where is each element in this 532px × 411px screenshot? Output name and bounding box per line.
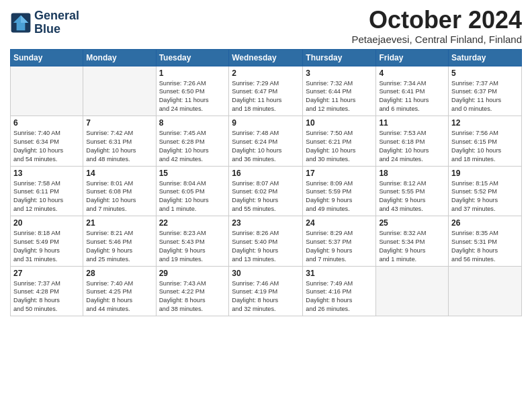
- day-number: 21: [86, 218, 152, 228]
- day-info: Sunrise: 7:40 AM Sunset: 6:34 PM Dayligh…: [13, 129, 80, 164]
- day-info: Sunrise: 7:45 AM Sunset: 6:28 PM Dayligh…: [159, 129, 226, 164]
- day-number: 10: [306, 118, 373, 128]
- day-number: 24: [306, 218, 373, 228]
- calendar-cell: [376, 266, 449, 316]
- calendar-header-saturday: Saturday: [449, 49, 522, 66]
- calendar-cell: 11Sunrise: 7:53 AM Sunset: 6:18 PM Dayli…: [376, 116, 449, 167]
- calendar-header-monday: Monday: [83, 49, 156, 66]
- calendar-cell: 19Sunrise: 8:15 AM Sunset: 5:52 PM Dayli…: [449, 166, 522, 216]
- calendar-cell: 4Sunrise: 7:34 AM Sunset: 6:41 PM Daylig…: [376, 66, 449, 116]
- day-number: 16: [232, 169, 300, 178]
- day-info: Sunrise: 7:34 AM Sunset: 6:41 PM Dayligh…: [379, 79, 445, 114]
- calendar-cell: 7Sunrise: 7:42 AM Sunset: 6:31 PM Daylig…: [83, 116, 156, 167]
- day-info: Sunrise: 8:18 AM Sunset: 5:49 PM Dayligh…: [13, 229, 80, 264]
- calendar-week-5: 27Sunrise: 7:37 AM Sunset: 4:28 PM Dayli…: [11, 266, 522, 316]
- day-info: Sunrise: 7:49 AM Sunset: 4:16 PM Dayligh…: [306, 279, 373, 314]
- day-info: Sunrise: 7:32 AM Sunset: 6:44 PM Dayligh…: [306, 79, 373, 114]
- day-info: Sunrise: 7:56 AM Sunset: 6:15 PM Dayligh…: [451, 129, 519, 164]
- calendar-cell: 21Sunrise: 8:21 AM Sunset: 5:46 PM Dayli…: [83, 216, 156, 267]
- day-number: 8: [159, 118, 226, 128]
- calendar-week-3: 13Sunrise: 7:58 AM Sunset: 6:11 PM Dayli…: [11, 166, 522, 216]
- calendar-cell: 3Sunrise: 7:32 AM Sunset: 6:44 PM Daylig…: [303, 66, 376, 116]
- calendar-cell: [449, 266, 522, 316]
- logo: General Blue: [10, 9, 79, 36]
- calendar-cell: 12Sunrise: 7:56 AM Sunset: 6:15 PM Dayli…: [449, 116, 522, 167]
- day-info: Sunrise: 8:12 AM Sunset: 5:55 PM Dayligh…: [379, 179, 445, 214]
- day-info: Sunrise: 7:53 AM Sunset: 6:18 PM Dayligh…: [379, 129, 445, 164]
- day-info: Sunrise: 7:42 AM Sunset: 6:31 PM Dayligh…: [86, 129, 152, 164]
- day-info: Sunrise: 7:48 AM Sunset: 6:24 PM Dayligh…: [232, 129, 300, 164]
- day-info: Sunrise: 8:21 AM Sunset: 5:46 PM Dayligh…: [86, 229, 152, 264]
- day-info: Sunrise: 7:46 AM Sunset: 4:19 PM Dayligh…: [232, 279, 300, 314]
- calendar-cell: 24Sunrise: 8:29 AM Sunset: 5:37 PM Dayli…: [303, 216, 376, 267]
- calendar-cell: 30Sunrise: 7:46 AM Sunset: 4:19 PM Dayli…: [229, 266, 303, 316]
- calendar-cell: 29Sunrise: 7:43 AM Sunset: 4:22 PM Dayli…: [156, 266, 229, 316]
- day-number: 13: [13, 169, 80, 178]
- calendar: SundayMondayTuesdayWednesdayThursdayFrid…: [10, 49, 522, 317]
- page: General Blue October 2024 Petaejaevesi, …: [0, 0, 532, 411]
- calendar-cell: 6Sunrise: 7:40 AM Sunset: 6:34 PM Daylig…: [11, 116, 83, 167]
- day-info: Sunrise: 8:01 AM Sunset: 6:08 PM Dayligh…: [86, 179, 152, 214]
- day-info: Sunrise: 7:37 AM Sunset: 6:37 PM Dayligh…: [451, 79, 519, 114]
- calendar-cell: 20Sunrise: 8:18 AM Sunset: 5:49 PM Dayli…: [11, 216, 83, 267]
- day-number: 3: [306, 68, 373, 78]
- calendar-cell: [83, 66, 156, 116]
- calendar-cell: 18Sunrise: 8:12 AM Sunset: 5:55 PM Dayli…: [376, 166, 449, 216]
- day-info: Sunrise: 7:37 AM Sunset: 4:28 PM Dayligh…: [13, 279, 80, 314]
- calendar-cell: 15Sunrise: 8:04 AM Sunset: 6:05 PM Dayli…: [156, 166, 229, 216]
- day-info: Sunrise: 7:40 AM Sunset: 4:25 PM Dayligh…: [86, 279, 152, 314]
- day-number: 23: [232, 218, 300, 228]
- calendar-cell: 22Sunrise: 8:23 AM Sunset: 5:43 PM Dayli…: [156, 216, 229, 267]
- day-info: Sunrise: 8:26 AM Sunset: 5:40 PM Dayligh…: [232, 229, 300, 264]
- day-info: Sunrise: 7:58 AM Sunset: 6:11 PM Dayligh…: [13, 179, 80, 214]
- calendar-cell: 17Sunrise: 8:09 AM Sunset: 5:59 PM Dayli…: [303, 166, 376, 216]
- day-number: 27: [13, 269, 80, 278]
- day-info: Sunrise: 8:35 AM Sunset: 5:31 PM Dayligh…: [451, 229, 519, 264]
- logo-line2: Blue: [34, 23, 79, 36]
- calendar-cell: 27Sunrise: 7:37 AM Sunset: 4:28 PM Dayli…: [11, 266, 83, 316]
- calendar-header-tuesday: Tuesday: [156, 49, 229, 66]
- calendar-cell: 8Sunrise: 7:45 AM Sunset: 6:28 PM Daylig…: [156, 116, 229, 167]
- calendar-header-wednesday: Wednesday: [229, 49, 303, 66]
- day-info: Sunrise: 8:07 AM Sunset: 6:02 PM Dayligh…: [232, 179, 300, 214]
- day-number: 11: [379, 118, 445, 128]
- day-number: 15: [159, 169, 226, 178]
- day-number: 9: [232, 118, 300, 128]
- calendar-cell: 10Sunrise: 7:50 AM Sunset: 6:21 PM Dayli…: [303, 116, 376, 167]
- day-number: 2: [232, 68, 300, 78]
- calendar-header-friday: Friday: [376, 49, 449, 66]
- header: General Blue October 2024 Petaejaevesi, …: [10, 7, 522, 45]
- calendar-cell: 1Sunrise: 7:26 AM Sunset: 6:50 PM Daylig…: [156, 66, 229, 116]
- calendar-cell: 9Sunrise: 7:48 AM Sunset: 6:24 PM Daylig…: [229, 116, 303, 167]
- logo-icon: [10, 12, 32, 34]
- day-number: 18: [379, 169, 445, 178]
- logo-line1: General: [34, 9, 79, 23]
- day-number: 30: [232, 269, 300, 278]
- calendar-header-sunday: Sunday: [11, 49, 83, 66]
- calendar-cell: 28Sunrise: 7:40 AM Sunset: 4:25 PM Dayli…: [83, 266, 156, 316]
- calendar-header-thursday: Thursday: [303, 49, 376, 66]
- title-block: October 2024 Petaejaevesi, Central Finla…: [352, 7, 522, 45]
- day-info: Sunrise: 7:26 AM Sunset: 6:50 PM Dayligh…: [159, 79, 226, 114]
- day-number: 14: [86, 169, 152, 178]
- calendar-cell: 31Sunrise: 7:49 AM Sunset: 4:16 PM Dayli…: [303, 266, 376, 316]
- day-info: Sunrise: 8:15 AM Sunset: 5:52 PM Dayligh…: [451, 179, 519, 214]
- day-number: 25: [379, 218, 445, 228]
- day-info: Sunrise: 8:04 AM Sunset: 6:05 PM Dayligh…: [159, 179, 226, 214]
- day-info: Sunrise: 8:32 AM Sunset: 5:34 PM Dayligh…: [379, 229, 445, 264]
- calendar-cell: 26Sunrise: 8:35 AM Sunset: 5:31 PM Dayli…: [449, 216, 522, 267]
- day-number: 7: [86, 118, 152, 128]
- day-number: 20: [13, 218, 80, 228]
- day-number: 29: [159, 269, 226, 278]
- calendar-cell: 2Sunrise: 7:29 AM Sunset: 6:47 PM Daylig…: [229, 66, 303, 116]
- calendar-week-4: 20Sunrise: 8:18 AM Sunset: 5:49 PM Dayli…: [11, 216, 522, 267]
- day-number: 1: [159, 68, 226, 78]
- calendar-cell: 5Sunrise: 7:37 AM Sunset: 6:37 PM Daylig…: [449, 66, 522, 116]
- day-number: 17: [306, 169, 373, 178]
- calendar-week-2: 6Sunrise: 7:40 AM Sunset: 6:34 PM Daylig…: [11, 116, 522, 167]
- calendar-week-1: 1Sunrise: 7:26 AM Sunset: 6:50 PM Daylig…: [11, 66, 522, 116]
- logo-text: General Blue: [34, 9, 79, 36]
- day-number: 26: [451, 218, 519, 228]
- day-info: Sunrise: 7:50 AM Sunset: 6:21 PM Dayligh…: [306, 129, 373, 164]
- day-number: 12: [451, 118, 519, 128]
